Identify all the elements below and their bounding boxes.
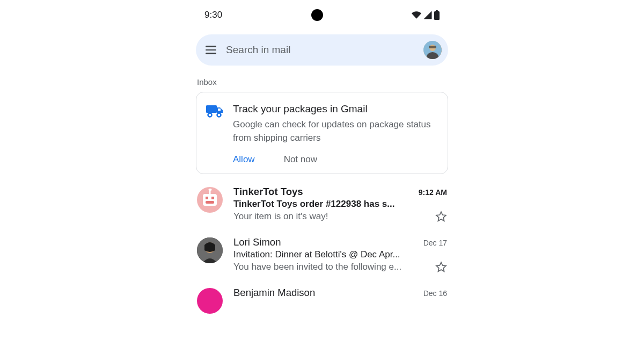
sender-avatar[interactable] — [197, 187, 223, 213]
email-sender: Benjamin Madison — [233, 287, 315, 299]
email-snippet: Your item is on it's way! — [233, 211, 430, 222]
search-bar[interactable]: Search in mail — [196, 34, 448, 66]
status-time: 9:30 — [204, 10, 222, 20]
star-icon[interactable] — [435, 211, 447, 222]
status-bar: 9:30 — [194, 12, 450, 28]
email-snippet: You have been invited to the following e… — [233, 262, 430, 272]
promo-body: Track your packages in Gmail Google can … — [233, 103, 438, 165]
email-list: TinkerTot Toys 9:12 AM TinkerTot Toys or… — [194, 186, 450, 314]
svg-rect-6 — [206, 105, 217, 113]
account-avatar[interactable] — [423, 41, 442, 59]
allow-button[interactable]: Allow — [233, 154, 255, 165]
promo-title: Track your packages in Gmail — [233, 103, 438, 115]
section-label: Inbox — [194, 66, 450, 92]
promo-description: Google can check for updates on package … — [233, 118, 438, 145]
email-subject: Invitation: Dinner at Belotti's @ Dec Ap… — [233, 249, 447, 260]
email-time: Dec 16 — [423, 289, 447, 298]
robot-icon — [203, 194, 217, 206]
svg-point-9 — [217, 113, 221, 117]
email-sender: Lori Simon — [233, 236, 281, 248]
email-subject: TinkerTot Toys order #122938 has s... — [233, 199, 447, 210]
email-time: Dec 17 — [423, 239, 447, 247]
battery-icon — [434, 10, 440, 20]
menu-icon[interactable] — [206, 46, 216, 54]
email-content: Benjamin Madison Dec 16 — [233, 287, 447, 314]
promo-actions: Allow Not now — [233, 154, 438, 165]
phone-frame: 9:30 Search in mail Inbox — [194, 0, 450, 339]
email-content: Lori Simon Dec 17 Invitation: Dinner at … — [233, 236, 447, 273]
email-time: 9:12 AM — [419, 188, 447, 197]
status-indicators — [412, 10, 440, 20]
sender-avatar[interactable] — [197, 288, 223, 314]
email-item[interactable]: Benjamin Madison Dec 16 — [197, 287, 447, 314]
svg-point-8 — [208, 113, 212, 117]
email-content: TinkerTot Toys 9:12 AM TinkerTot Toys or… — [233, 186, 447, 222]
svg-rect-1 — [436, 10, 438, 12]
svg-rect-0 — [434, 11, 440, 20]
svg-rect-5 — [429, 46, 436, 48]
truck-icon — [206, 104, 223, 165]
email-item[interactable]: TinkerTot Toys 9:12 AM TinkerTot Toys or… — [197, 186, 447, 222]
wifi-icon — [412, 10, 421, 20]
camera-cutout-icon — [311, 9, 323, 21]
not-now-button[interactable]: Not now — [284, 154, 317, 165]
package-tracking-card: Track your packages in Gmail Google can … — [196, 92, 448, 174]
email-sender: TinkerTot Toys — [233, 186, 303, 198]
cellular-signal-icon — [423, 10, 433, 20]
sender-avatar[interactable] — [197, 237, 223, 263]
search-input[interactable]: Search in mail — [226, 44, 414, 56]
svg-rect-7 — [218, 109, 221, 111]
email-item[interactable]: Lori Simon Dec 17 Invitation: Dinner at … — [197, 236, 447, 273]
star-icon[interactable] — [435, 261, 447, 273]
